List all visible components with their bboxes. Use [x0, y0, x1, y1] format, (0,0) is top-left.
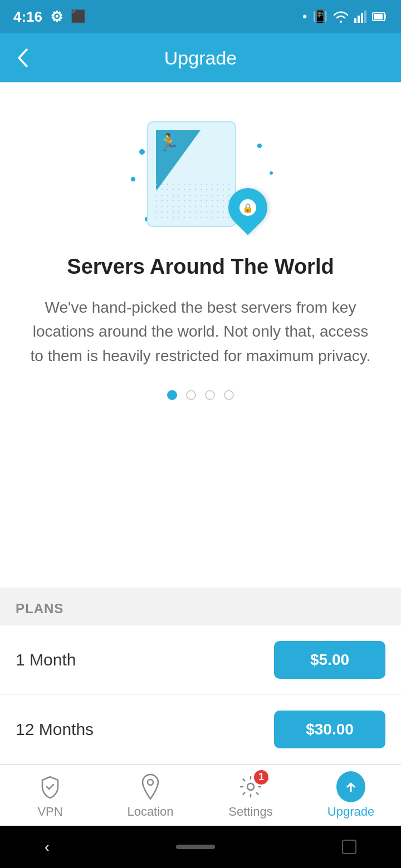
- nav-item-settings[interactable]: 1 Settings: [200, 772, 301, 819]
- plans-section: PLANS 1 Month $5.00 12 Months $30.00: [0, 588, 401, 765]
- svg-rect-1: [358, 16, 360, 23]
- card-shape: 🏃: [147, 121, 236, 227]
- android-back-button[interactable]: ‹: [45, 839, 50, 856]
- nav-item-upgrade[interactable]: Upgrade: [301, 772, 401, 819]
- illustration: 🏃 🔒: [123, 116, 278, 238]
- sparkle-1: [139, 149, 145, 155]
- signal-icon: [354, 11, 366, 23]
- settings-badge: 1: [254, 770, 268, 785]
- sparkle-3: [257, 144, 262, 148]
- app-bar: Upgrade: [0, 33, 401, 82]
- feature-description: We've hand-picked the best servers from …: [0, 295, 401, 368]
- card-dots: [154, 181, 229, 220]
- settings-icon-wrap: 1: [236, 772, 265, 801]
- nav-label-location: Location: [127, 805, 173, 819]
- wifi-icon: [333, 11, 349, 23]
- android-nav-bar: ‹: [0, 826, 401, 868]
- svg-point-8: [247, 783, 254, 790]
- page-title: Upgrade: [43, 47, 358, 69]
- nav-item-location[interactable]: Location: [100, 772, 200, 819]
- vpn-icon-wrap: [36, 772, 65, 801]
- bottom-nav: VPN Location 1 Settings: [0, 765, 401, 826]
- runner-icon: 🏃: [158, 132, 179, 152]
- plan-row-12months: 12 Months $30.00: [0, 695, 401, 765]
- status-time: 4:16: [13, 8, 42, 26]
- battery-icon: [372, 11, 388, 22]
- lock-icon: 🔒: [242, 203, 253, 213]
- dot-1[interactable]: [167, 390, 177, 400]
- dot-4[interactable]: [224, 390, 234, 400]
- nav-label-vpn: VPN: [37, 805, 62, 819]
- nav-label-settings: Settings: [228, 805, 273, 819]
- carousel-indicators: [167, 390, 234, 400]
- hero-illustration-area: 🏃 🔒: [0, 82, 401, 255]
- record-icon: ⬛: [71, 9, 86, 24]
- upgrade-icon-wrap: [336, 772, 365, 801]
- svg-point-7: [148, 780, 153, 785]
- svg-rect-0: [354, 18, 356, 23]
- dot-icon: •: [302, 9, 307, 24]
- location-pin: 🔒: [228, 188, 267, 227]
- back-button[interactable]: [16, 47, 43, 68]
- svg-rect-3: [364, 11, 366, 23]
- dot-2[interactable]: [186, 390, 196, 400]
- plan-name-12months: 12 Months: [16, 720, 94, 739]
- plan-row-1-month: 1 Month $5.00: [0, 625, 401, 695]
- plan-price-btn-12months[interactable]: $30.00: [274, 711, 385, 748]
- dot-3[interactable]: [205, 390, 215, 400]
- plans-label: PLANS: [0, 588, 401, 625]
- android-recents-button[interactable]: [342, 840, 356, 854]
- main-content: 🏃 🔒 Servers Around The World We've hand-…: [0, 82, 401, 588]
- android-home-button[interactable]: [176, 845, 215, 849]
- nav-item-vpn[interactable]: VPN: [0, 772, 100, 819]
- nav-label-upgrade: Upgrade: [327, 805, 374, 819]
- sparkle-2: [131, 177, 135, 181]
- feature-title: Servers Around The World: [45, 255, 356, 279]
- vibrate-icon: 📳: [312, 9, 327, 24]
- plan-price-btn-1month[interactable]: $5.00: [274, 641, 385, 679]
- status-bar: 4:16 ⚙ ⬛ • 📳: [0, 0, 401, 33]
- gear-icon: ⚙: [50, 8, 63, 26]
- svg-rect-5: [374, 14, 383, 19]
- svg-rect-2: [361, 13, 363, 23]
- sparkle-4: [270, 171, 273, 175]
- plan-name-1month: 1 Month: [16, 650, 76, 669]
- location-icon-wrap: [136, 772, 165, 801]
- upgrade-circle: [336, 771, 365, 802]
